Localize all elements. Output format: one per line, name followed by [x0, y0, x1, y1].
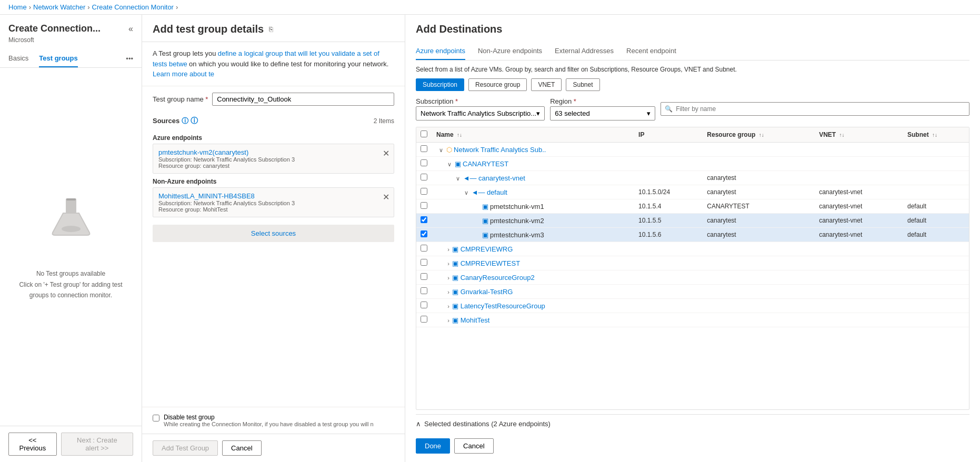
row-checkbox[interactable] [421, 145, 427, 152]
table-row[interactable]: › ▣ CanaryResourceGroup2 [416, 270, 969, 285]
row-resource-group [703, 299, 815, 313]
endpoint-azure-1-name[interactable]: pmtestchunk-vm2(canarytest) [158, 148, 388, 156]
row-ip [634, 256, 703, 270]
row-name: › ▣ CMPREVIEWTEST [432, 256, 634, 270]
table-row[interactable]: ▣ pmtestchunk-vm3 10.1.5.6 canarytest ca… [416, 228, 969, 242]
row-checkbox[interactable] [421, 230, 427, 237]
expand-row-btn[interactable]: › [446, 317, 451, 324]
table-row[interactable]: › ▣ CMPREVIEWTEST [416, 256, 969, 270]
expand-row-btn[interactable]: › [446, 289, 451, 295]
expand-row-btn[interactable]: › [446, 260, 451, 267]
expand-row-btn[interactable]: › [446, 246, 451, 253]
dest-tab-nonazure[interactable]: Non-Azure endpoints [478, 43, 542, 60]
done-button[interactable]: Done [416, 438, 450, 454]
endpoint-nonazure-1-remove[interactable]: ✕ [383, 192, 389, 202]
main-panel: Add test group details ⎘ A Test group le… [142, 15, 405, 462]
table-row[interactable]: ∨ ▣ CANARYTEST [416, 157, 969, 171]
row-ip [634, 242, 703, 256]
sidebar-tab-test-groups[interactable]: Test groups [39, 50, 77, 67]
subnet-sort-icon[interactable]: ↑↓ [932, 132, 937, 138]
row-name: ▣ pmtestchunk-vm3 [432, 228, 634, 242]
vnet-sort-icon[interactable]: ↑↓ [839, 132, 845, 138]
row-checkbox[interactable] [421, 316, 427, 323]
row-checkbox[interactable] [421, 202, 427, 209]
select-sources-button[interactable]: Select sources [153, 225, 394, 242]
sidebar-tab-basics[interactable]: Basics [8, 50, 28, 67]
desc-link2[interactable]: Learn more about te [153, 70, 214, 78]
region-dropdown[interactable]: 63 selected ▾ [550, 106, 655, 120]
row-subnet [903, 313, 969, 327]
table-row[interactable]: › ▣ CMPREVIEWRG [416, 242, 969, 256]
row-subnet [903, 171, 969, 185]
breadcrumb: Home › Network Watcher › Create Connecti… [0, 0, 980, 15]
row-resource-group [703, 157, 815, 171]
sidebar-more-button[interactable]: ••• [126, 55, 133, 63]
row-vnet: canarytest-vnet [815, 185, 903, 199]
row-checkbox[interactable] [421, 216, 427, 223]
copy-icon[interactable]: ⎘ [269, 25, 273, 33]
row-vnet [815, 256, 903, 270]
row-subnet [903, 285, 969, 299]
row-checkbox[interactable] [421, 245, 427, 252]
breadcrumb-home[interactable]: Home [8, 3, 27, 11]
row-vnet [815, 270, 903, 285]
table-row[interactable]: ▣ pmtestchunk-vm2 10.1.5.5 canarytest ca… [416, 214, 969, 228]
collapse-selected-icon[interactable]: ∧ [416, 420, 421, 428]
row-checkbox[interactable] [421, 259, 427, 266]
table-row[interactable]: › ▣ MohitTest [416, 313, 969, 327]
expand-row-btn[interactable]: › [446, 303, 451, 309]
disable-checkbox[interactable] [153, 415, 159, 421]
row-vnet [815, 313, 903, 327]
table-row[interactable]: › ▣ Gnvarkal-TestRG [416, 285, 969, 299]
table-row[interactable]: ▣ pmetstchunk-vm1 10.1.5.4 CANARYTEST ca… [416, 199, 969, 214]
filter-btn-subnet[interactable]: Subnet [566, 78, 599, 91]
filter-btn-vnet[interactable]: VNET [531, 78, 562, 91]
previous-button[interactable]: << Previous [8, 433, 57, 456]
test-group-name-input[interactable] [212, 93, 394, 106]
collapse-row-btn[interactable]: ∨ [446, 161, 453, 168]
row-name: › ▣ MohitTest [432, 313, 634, 327]
sidebar-collapse-button[interactable]: « [128, 24, 133, 34]
dest-tab-external[interactable]: External Addresses [555, 43, 614, 60]
next-button[interactable]: Next : Create alert >> [61, 433, 133, 456]
cancel-button[interactable]: Cancel [222, 440, 261, 456]
sidebar-empty-text: No Test groups available Click on '+ Tes… [19, 268, 122, 300]
resource-group-icon: ▣ [452, 316, 458, 324]
row-checkbox[interactable] [421, 287, 427, 294]
collapse-row-btn[interactable]: ∨ [455, 175, 461, 182]
rg-sort-icon[interactable]: ↑↓ [759, 132, 764, 138]
dest-table: Name ↑↓ IP Resource group ↑↓ VNET ↑↓ Sub… [416, 127, 969, 410]
table-row[interactable]: › ▣ LatencyTestResourceGroup [416, 299, 969, 313]
select-all-checkbox[interactable] [421, 130, 427, 137]
endpoint-azure-1-remove[interactable]: ✕ [383, 148, 389, 158]
endpoint-nonazure-1-name[interactable]: MohittestLA_MININT-HB4SBE8 [158, 192, 388, 200]
row-checkbox[interactable] [421, 273, 427, 280]
subscription-dropdown[interactable]: Network Traffic Analytics Subscriptio...… [416, 106, 545, 120]
row-ip [634, 270, 703, 285]
table-header-subnet: Subnet ↑↓ [903, 127, 969, 143]
dest-tab-recent[interactable]: Recent endpoint [626, 43, 676, 60]
table-row[interactable]: ∨ ⬡ Network Traffic Analytics Sub.. [416, 143, 969, 157]
collapse-row-btn[interactable]: ∨ [438, 147, 444, 154]
row-ip [634, 143, 703, 157]
expand-row-btn[interactable]: › [446, 275, 451, 281]
add-test-group-button[interactable]: Add Test Group [153, 440, 218, 456]
row-name: ∨ ▣ CANARYTEST [432, 157, 634, 171]
breadcrumb-create-connection-monitor[interactable]: Create Connection Monitor [92, 3, 174, 11]
row-checkbox[interactable] [421, 302, 427, 308]
filter-btn-subscription[interactable]: Subscription [416, 78, 464, 91]
info-icon[interactable]: ⓘ [191, 116, 198, 126]
breadcrumb-network-watcher[interactable]: Network Watcher [33, 3, 85, 11]
row-checkbox[interactable] [421, 174, 427, 180]
filter-input[interactable] [661, 102, 969, 116]
row-checkbox[interactable] [421, 159, 427, 166]
table-row[interactable]: ∨ ◄― canarytest-vnet canarytest [416, 171, 969, 185]
collapse-row-btn[interactable]: ∨ [463, 189, 469, 196]
table-row[interactable]: ∨ ◄― default 10.1.5.0/24 canarytest cana… [416, 185, 969, 199]
filter-btn-resource-group[interactable]: Resource group [468, 78, 527, 91]
dest-tab-azure[interactable]: Azure endpoints [416, 43, 465, 60]
dest-cancel-button[interactable]: Cancel [454, 438, 493, 454]
row-checkbox[interactable] [421, 188, 427, 195]
row-vnet: canarytest-vnet [815, 199, 903, 214]
name-sort-icon[interactable]: ↑↓ [457, 132, 462, 138]
